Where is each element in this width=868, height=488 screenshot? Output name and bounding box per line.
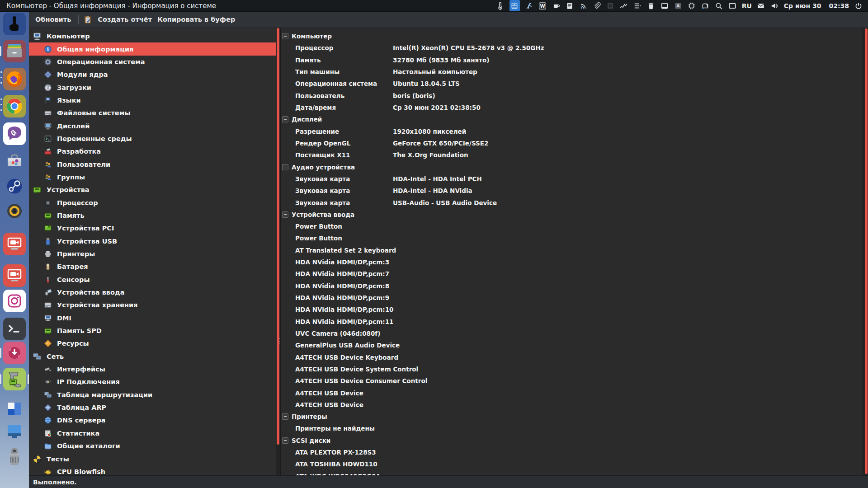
content-row[interactable]: A4TECH USB Device System Control [281,363,862,375]
content-group-row[interactable]: Принтеры [281,411,862,422]
content-row[interactable]: Пользовательboris (boris) [281,90,862,102]
sidebar-item[interactable]: Батарея [29,260,276,273]
refresh-button[interactable]: Обновить [33,14,74,25]
generate-report-button[interactable]: Создать отчёт [95,14,155,25]
content-row[interactable]: ATA TOSHIBA HDWD110 [281,458,862,470]
thermometer-icon[interactable] [496,1,505,10]
downloader-app-icon[interactable] [3,342,26,364]
content-group-row[interactable]: Устройства ввода [281,209,862,221]
sidebar-item[interactable]: Статистика [29,427,276,440]
sidebar-item[interactable]: Интерфейсы [29,363,276,375]
sidebar-item[interactable]: Таблица ARP [29,401,276,414]
collapse-expander[interactable] [282,211,288,218]
notes-icon[interactable] [566,1,574,10]
dock-item-lens-ring-app[interactable] [0,200,29,222]
app-briefcase-icon[interactable] [3,150,26,172]
hardinfo-app-icon[interactable] [3,368,26,390]
sidebar-item[interactable]: Сенсоры [29,273,276,286]
dock-item-downloader-app[interactable] [0,342,29,364]
content-row[interactable]: HDA NVidia HDMI/DP,pcm:11 [281,316,862,328]
sidebar-item[interactable]: Загрузки [29,81,276,94]
content-row[interactable]: Разрешение1920x1080 пикселей [281,126,862,137]
steam-icon[interactable] [3,175,26,197]
sidebar-item[interactable]: Файловые системы [29,107,276,119]
sidebar-item[interactable]: DNS сервера [29,414,276,427]
content-row[interactable]: Звуковая картаUSB-Audio - USB Audio Devi… [281,197,862,208]
content-row[interactable]: ATA PLEXTOR PX-128S3 [281,446,862,458]
content-row[interactable]: Дата/времяСр 30 июн 2021 02:38:50 [281,102,862,113]
trash-bin-icon[interactable] [3,446,26,468]
sidebar-item[interactable]: IP Подключения [29,375,276,388]
wiki-w-icon[interactable]: W [538,1,547,10]
content-scrollbar[interactable] [862,28,868,475]
content-group-row[interactable]: SCSI диски [281,435,862,446]
collapse-expander[interactable] [282,413,288,420]
sidebar-item[interactable]: Компьютер [29,30,276,42]
dock-item-screen-recorder-2[interactable] [0,264,29,287]
sidebar-item[interactable]: Устройства хранения [29,299,276,311]
viber-icon[interactable] [3,122,26,145]
content-row[interactable]: A4TECH USB Device Consumer Control [281,375,862,387]
sidebar-item[interactable]: Разработка [29,145,276,158]
content-row[interactable]: HDA NVidia HDMI/DP,pcm:10 [281,304,862,315]
sidebar-item[interactable]: Память SPD [29,324,276,337]
collapse-expander[interactable] [282,164,288,170]
dock-item-screen-recorder-1[interactable] [0,233,29,255]
chrome-icon[interactable] [3,95,26,117]
sidebar-item[interactable]: Тесты [29,452,276,465]
content-row[interactable]: Power Button [281,221,862,232]
display-icon[interactable] [728,1,737,10]
content-row[interactable]: GeneralPlus USB Audio Device [281,339,862,351]
dock-item-file-cabinet-app[interactable] [0,40,29,62]
sidebar-item[interactable]: CPU Blowfish [29,465,276,475]
search-icon[interactable] [715,1,723,10]
collapse-expander[interactable] [282,437,288,444]
sidebar-item[interactable]: Операционная система [29,56,276,68]
dock-item-pointer-tool[interactable] [0,13,29,35]
content-row[interactable]: Память32780 Мб (9833 Мб занято) [281,54,862,66]
sidebar-item[interactable]: Устройства ввода [29,286,276,299]
content-row[interactable]: Тип машиныНастольный компьютер [281,66,862,78]
keyboard-layout-indicator[interactable]: RU [742,2,752,9]
content-row[interactable]: HDA NVidia HDMI/DP,pcm:3 [281,256,862,268]
content-row[interactable]: Поставщик X11The X.Org Foundation [281,149,862,161]
instagram-icon[interactable] [3,290,26,312]
copy-to-clipboard-button[interactable]: Копировать в буфер [155,14,238,25]
sidebar-item[interactable]: Языки [29,94,276,107]
splitter-handle[interactable] [278,338,280,347]
content-row[interactable]: UVC Camera (046d:080f) [281,328,862,339]
dock-item-viber[interactable] [0,122,29,145]
content-group-row[interactable]: Дисплей [281,113,862,125]
screen-recorder-1-icon[interactable] [3,233,26,255]
sidebar-item[interactable]: Сеть [29,350,276,363]
dock-item-trash-bin[interactable] [0,446,29,468]
dock-item-steam[interactable] [0,175,29,197]
content-row[interactable]: ПроцессорIntel(R) Xeon(R) CPU E5-2678 v3… [281,42,862,54]
power-button-icon[interactable] [854,1,863,10]
sidebar-item[interactable]: Дисплей [29,119,276,132]
activity-runner-icon[interactable] [525,1,533,10]
mail-icon[interactable] [757,1,765,10]
dock-item-app-briefcase[interactable] [0,150,29,172]
lens-ring-app-icon[interactable] [3,200,26,222]
sidebar-item[interactable]: Устройства USB [29,235,276,248]
window-icon[interactable] [660,1,669,10]
content-group-row[interactable]: Аудио устройства [281,161,862,173]
sidebar-item-selected[interactable]: iОбщая информация [29,42,276,55]
content-row[interactable]: A4TECH USB Device [281,399,862,411]
trash-icon[interactable] [647,1,656,10]
dock-item-terminal-app[interactable] [0,318,29,340]
cpu-chip-icon[interactable] [688,1,696,10]
sidebar-item[interactable]: Устройства [29,183,276,196]
sidebar-scrollbar[interactable] [276,28,280,475]
sidebar-item[interactable]: Модули ядра [29,68,276,81]
sidebar-item[interactable]: Переменные среды [29,132,276,145]
content-row[interactable]: AT Translated Set 2 keyboard [281,244,862,256]
content-row[interactable]: Принтеры не найдены [281,422,862,434]
volume-icon[interactable] [770,1,779,10]
content-row[interactable]: ATA WDC WDS240G2G0A- [281,470,862,475]
sidebar-item[interactable]: Таблица маршрутизации [29,389,276,401]
content-row[interactable]: HDA NVidia HDMI/DP,pcm:8 [281,280,862,292]
screen-recorder-2-icon[interactable] [3,264,26,287]
clock-time[interactable]: 02:38 [829,2,849,9]
